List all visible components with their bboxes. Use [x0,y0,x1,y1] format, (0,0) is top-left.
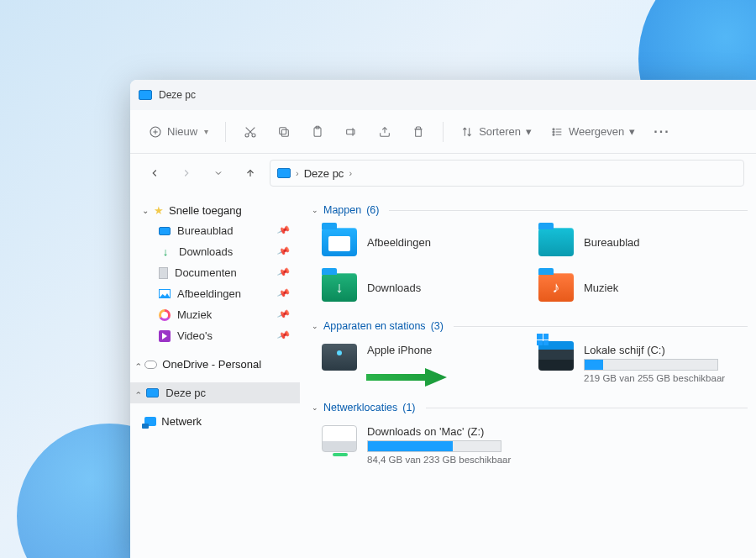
arrow-right-icon [181,167,192,179]
document-icon [159,267,168,279]
video-icon [159,330,171,342]
sidebar-item-network[interactable]: › Netwerk [130,412,300,431]
download-icon: ↓ [159,246,172,258]
folders-grid: Afbeeldingen Bureaublad Downloads Muziek [303,219,756,317]
windows-icon [537,334,549,345]
network-grid: Downloads on 'Mac' (Z:) 84,4 GB van 233 … [303,417,756,480]
new-label: Nieuw [167,125,197,138]
network-drive-z[interactable]: Downloads on 'Mac' (Z:) 84,4 GB van 233 … [318,422,527,468]
folder-icon [322,228,357,256]
svg-rect-8 [280,127,286,134]
content: ⌄ Mappen (6) Afbeeldingen Bureaublad Dow… [300,192,756,558]
cut-button[interactable] [236,118,265,146]
separator [454,326,748,327]
sidebar-item-desktop[interactable]: Bureaublad 📌 [130,220,300,241]
paste-icon [311,125,324,139]
folder-label: Downloads [367,282,421,294]
section-title: Apparaten en stations [323,320,426,332]
delete-icon [412,125,425,139]
new-button[interactable]: Nieuw ▾ [142,118,215,146]
section-count: (6) [366,204,379,216]
separator [443,122,444,142]
sidebar-item-this-pc[interactable]: › Deze pc [130,382,300,403]
sidebar-item-pictures[interactable]: Afbeeldingen 📌 [130,283,300,304]
separator [426,408,748,408]
section-devices[interactable]: ⌄ Apparaten en stations (3) [303,317,756,335]
device-label: Apple iPhone [367,344,523,356]
sidebar-group-onedrive[interactable]: › OneDrive - Personal [130,355,300,374]
star-icon: ★ [154,204,164,217]
storage-bar [367,440,501,452]
sidebar-group-label: OneDrive - Personal [162,358,261,371]
rename-button[interactable] [337,118,365,146]
cut-icon [244,125,257,139]
folder-icon [538,273,574,302]
plus-icon [149,125,162,139]
view-button[interactable]: Weergeven ▾ [543,118,642,146]
chevron-down-icon: ⌄ [312,322,318,330]
section-title: Mappen [323,204,361,216]
section-folders[interactable]: ⌄ Mappen (6) [303,201,756,219]
folder-downloads[interactable]: Downloads [318,270,527,305]
breadcrumb[interactable]: › Deze pc › [270,160,744,187]
breadcrumb-item[interactable]: Deze pc [304,167,344,180]
paste-button[interactable] [303,118,332,146]
svg-rect-13 [416,129,422,136]
more-button[interactable]: ··· [647,118,676,146]
view-label: Weergeven [569,125,624,138]
cloud-icon [144,361,157,369]
folder-music[interactable]: Muziek [535,270,743,305]
this-pc-icon [139,90,152,100]
chevron-down-icon: ▾ [526,125,532,138]
device-local-disk-c[interactable]: Lokale schijf (C:) 219 GB van 255 GB bes… [535,340,743,387]
pin-icon: 📌 [276,287,291,301]
sidebar-item-documents[interactable]: Documenten 📌 [130,262,300,283]
sidebar-item-music[interactable]: Muziek 📌 [130,304,300,325]
sidebar-item-label: Documenten [175,266,237,279]
sidebar-group-label: Snelle toegang [169,204,242,217]
share-button[interactable] [370,118,399,146]
sidebar-group-quick-access[interactable]: ⌄ ★ Snelle toegang [130,201,300,220]
forward-button[interactable] [174,161,199,186]
up-button[interactable] [238,161,263,186]
pin-icon: 📌 [276,224,291,238]
sidebar-item-label: Deze pc [165,387,206,399]
titlebar[interactable]: Deze pc [130,80,756,110]
chevron-down-icon [213,168,223,178]
back-button[interactable] [142,161,167,186]
sort-button[interactable]: Sorteren ▾ [454,118,538,146]
sidebar-item-label: Netwerk [161,415,202,428]
disk-icon [538,344,574,371]
folder-desktop[interactable]: Bureaublad [535,224,743,260]
chevron-down-icon: ▾ [629,125,635,138]
nav-row: › Deze pc › [130,154,756,192]
section-network-locations[interactable]: ⌄ Netwerklocaties (1) [303,398,756,417]
folder-label: Muziek [584,282,618,294]
folder-icon [538,228,574,256]
arrow-up-icon [244,167,256,179]
body: ⌄ ★ Snelle toegang Bureaublad 📌 ↓ Downlo… [130,192,756,558]
recent-button[interactable] [206,161,231,186]
device-apple-iphone[interactable]: Apple iPhone [318,340,527,387]
svg-point-16 [553,131,554,133]
copy-button[interactable] [270,118,298,146]
sidebar-item-label: Downloads [179,245,233,258]
desktop-icon [159,227,171,235]
copy-icon [277,125,291,139]
device-label: Lokale schijf (C:) [584,344,740,356]
arrow-left-icon [149,167,160,179]
pictures-icon [159,289,171,298]
folder-pictures[interactable]: Afbeeldingen [318,224,527,260]
chevron-down-icon: ▾ [204,127,208,136]
toolbar: Nieuw ▾ Sorteren ▾ Weergeven [130,110,756,154]
sidebar-item-downloads[interactable]: ↓ Downloads 📌 [130,241,300,262]
chevron-down-icon: ⌄ [312,403,318,412]
svg-rect-11 [347,129,354,134]
svg-point-14 [553,128,554,129]
delete-button[interactable] [404,118,433,146]
sidebar-item-label: Afbeeldingen [177,287,241,300]
svg-point-18 [553,134,554,135]
section-count: (1) [402,402,415,413]
share-icon [378,125,391,139]
sidebar-item-videos[interactable]: Video's 📌 [130,325,300,346]
